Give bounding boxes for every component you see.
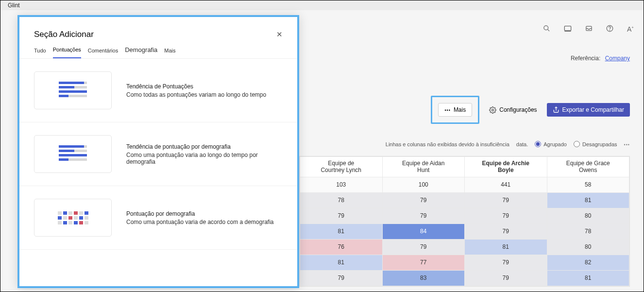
reference-label: Referência: bbox=[571, 55, 600, 62]
modal-tabs: Tudo Pontuações Comentários Demografia M… bbox=[19, 46, 297, 59]
thumb-score-trend bbox=[34, 71, 112, 109]
section-subtitle: Como uma pontuação varia de acordo com a… bbox=[126, 219, 274, 225]
heatmap-cell[interactable]: 80 bbox=[547, 239, 629, 255]
export-share-button[interactable]: Exportar e Compartilhar bbox=[547, 103, 630, 117]
font-size-icon[interactable]: A+ bbox=[627, 25, 634, 33]
tab-all[interactable]: Tudo bbox=[34, 48, 46, 58]
more-button-highlight: Mais bbox=[431, 96, 479, 124]
gear-icon bbox=[489, 106, 496, 114]
heatmap-cell[interactable]: 78 bbox=[547, 223, 629, 239]
heatmap-table: Equipe deCourtney LynchEquipe de AidanHu… bbox=[299, 156, 630, 287]
heatmap-cell[interactable]: 81 bbox=[300, 255, 383, 270]
thumb-score-by-demo bbox=[34, 199, 112, 237]
table-row: 10310044158 bbox=[300, 177, 629, 192]
heatmap-cell[interactable]: 79 bbox=[465, 270, 547, 286]
heatmap-cell[interactable]: 79 bbox=[382, 208, 465, 223]
tab-demography[interactable]: Demografia bbox=[125, 46, 157, 58]
modal-title: Seção Adicionar bbox=[34, 30, 94, 39]
thumb-score-trend-demo bbox=[34, 135, 112, 173]
svg-point-6 bbox=[610, 30, 610, 31]
report-toolbar: Mais Configurações Exportar e Compartilh… bbox=[431, 96, 630, 124]
heatmap-cell[interactable]: 84 bbox=[382, 223, 465, 239]
settings-button[interactable]: Configurações bbox=[483, 103, 542, 117]
header-icon-bar: A+ bbox=[543, 25, 634, 34]
table-row: 78797981 bbox=[300, 192, 629, 208]
app-title: Glint bbox=[8, 2, 20, 9]
heatmap-cell[interactable]: 79 bbox=[465, 208, 547, 223]
section-title: Tendência de pontuação por demografia bbox=[126, 143, 283, 150]
section-option-score-trend-demo[interactable]: Tendência de pontuação por demografia Co… bbox=[19, 122, 297, 186]
tab-scores[interactable]: Pontuações bbox=[53, 47, 81, 58]
app-title-bar: Glint bbox=[0, 0, 644, 10]
heatmap-cell[interactable]: 79 bbox=[465, 192, 547, 208]
heatmap-cell[interactable]: 82 bbox=[547, 255, 629, 270]
table-more-icon[interactable] bbox=[624, 141, 630, 147]
heatmap-cell[interactable]: 81 bbox=[300, 223, 383, 239]
column-header[interactable]: Equipe de AidanHunt bbox=[382, 157, 465, 177]
section-title: Pontuação por demografia bbox=[126, 210, 274, 217]
modal-header: Seção Adicionar ✕ bbox=[19, 17, 297, 46]
heatmap-cell[interactable]: 81 bbox=[547, 192, 629, 208]
table-controls: Linhas e colunas não exibidas devido à i… bbox=[386, 141, 630, 147]
svg-point-7 bbox=[492, 109, 494, 111]
heatmap-cell[interactable]: 81 bbox=[465, 239, 547, 255]
share-icon bbox=[553, 106, 559, 113]
table-row: 79797980 bbox=[300, 208, 629, 223]
ellipsis-icon bbox=[444, 106, 450, 113]
table-row: 81847978 bbox=[300, 223, 629, 239]
heatmap-cell[interactable]: 79 bbox=[465, 223, 547, 239]
close-button[interactable]: ✕ bbox=[276, 30, 283, 39]
reference-line: Referência: Company bbox=[571, 55, 630, 62]
heatmap-cell[interactable]: 79 bbox=[382, 192, 465, 208]
reference-link[interactable]: Company bbox=[605, 55, 630, 62]
heatmap-cell[interactable]: 79 bbox=[465, 255, 547, 270]
section-option-score-by-demo[interactable]: Pontuação por demografia Como uma pontua… bbox=[19, 186, 297, 250]
svg-line-1 bbox=[547, 29, 549, 31]
svg-rect-2 bbox=[564, 26, 571, 30]
grouping-radios: Agrupado Desagrupadas bbox=[535, 141, 617, 147]
modal-body: Tendência de Pontuações Como todas as po… bbox=[19, 59, 297, 250]
add-section-modal: Seção Adicionar ✕ Tudo Pontuações Coment… bbox=[17, 15, 299, 288]
tab-comments[interactable]: Comentários bbox=[88, 48, 118, 58]
heatmap-cell[interactable]: 80 bbox=[547, 208, 629, 223]
section-subtitle: Como todas as pontuações variam ao longo… bbox=[126, 91, 266, 98]
heatmap-cell[interactable]: 79 bbox=[300, 270, 383, 286]
heatmap-cell[interactable]: 58 bbox=[547, 177, 629, 192]
inbox-icon[interactable] bbox=[585, 25, 593, 34]
heatmap-cell[interactable]: 83 bbox=[382, 270, 465, 286]
presentation-icon[interactable] bbox=[564, 25, 572, 34]
help-icon[interactable] bbox=[606, 25, 613, 34]
radio-ungrouped[interactable]: Desagrupadas bbox=[574, 141, 617, 147]
heatmap-cell[interactable]: 77 bbox=[382, 255, 465, 270]
table-note-right: data. bbox=[516, 141, 528, 147]
heatmap-cell[interactable]: 100 bbox=[382, 177, 465, 192]
heatmap-cell[interactable]: 79 bbox=[300, 208, 383, 223]
section-option-score-trend[interactable]: Tendência de Pontuações Como todas as po… bbox=[19, 59, 297, 122]
heatmap-cell[interactable]: 78 bbox=[300, 192, 383, 208]
radio-grouped[interactable]: Agrupado bbox=[535, 141, 567, 147]
column-header[interactable]: Equipe de GraceOwens bbox=[547, 157, 629, 177]
heatmap-cell[interactable]: 76 bbox=[300, 239, 383, 255]
table-row: 81777982 bbox=[300, 255, 629, 270]
table-note-left: Linhas e colunas não exibidas devido à i… bbox=[386, 141, 509, 147]
search-icon[interactable] bbox=[543, 25, 550, 34]
column-header[interactable]: Equipe deCourtney Lynch bbox=[300, 157, 383, 177]
more-button[interactable]: Mais bbox=[438, 103, 472, 117]
table-row: 76798180 bbox=[300, 239, 629, 255]
section-title: Tendência de Pontuações bbox=[126, 83, 266, 90]
svg-point-0 bbox=[544, 26, 548, 30]
table-row: 79837981 bbox=[300, 270, 629, 286]
heatmap-cell[interactable]: 81 bbox=[547, 270, 629, 286]
column-header[interactable]: Equipe de ArchieBoyle bbox=[465, 157, 547, 177]
section-subtitle: Como uma pontuação varia ao longo do tem… bbox=[126, 152, 283, 165]
heatmap-cell[interactable]: 441 bbox=[465, 177, 547, 192]
heatmap-cell[interactable]: 103 bbox=[300, 177, 383, 192]
tab-more[interactable]: Mais bbox=[164, 48, 175, 58]
heatmap-cell[interactable]: 79 bbox=[382, 239, 465, 255]
